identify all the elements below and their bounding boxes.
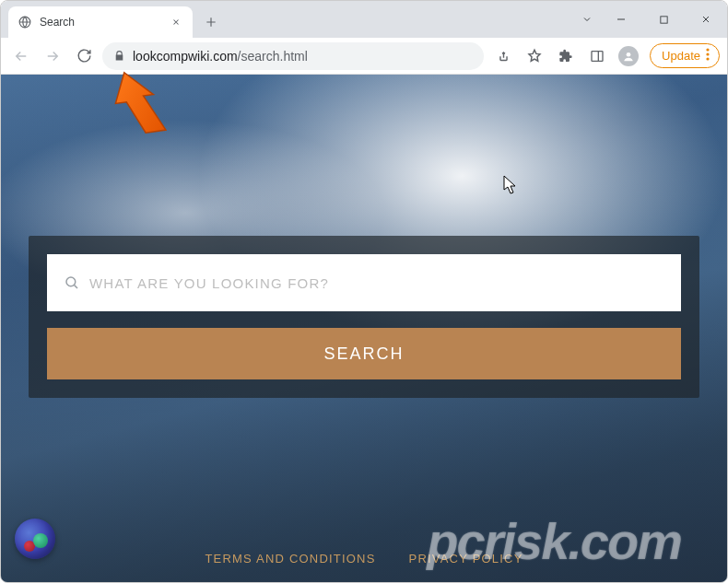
reload-button[interactable] [71,43,97,69]
search-button[interactable]: SEARCH [47,328,681,379]
tab-close-button[interactable] [169,15,183,29]
svg-point-4 [706,48,709,51]
close-window-button[interactable] [685,1,727,38]
tab-title: Search [40,16,161,29]
svg-point-6 [706,57,709,60]
minimize-button[interactable] [600,1,642,38]
svg-rect-1 [660,16,666,22]
extensions-icon[interactable] [552,42,580,70]
page-content: SEARCH TERMS AND CONDITIONS PRIVACY POLI… [1,75,727,582]
url-text: lookcompwiki.com/search.html [133,49,473,64]
footer-links: TERMS AND CONDITIONS PRIVACY POLICY [1,552,727,566]
back-button[interactable] [8,43,34,69]
terms-link[interactable]: TERMS AND CONDITIONS [205,552,375,566]
tab-search-button[interactable] [574,1,600,38]
sidepanel-icon[interactable] [583,42,611,70]
privacy-link[interactable]: PRIVACY POLICY [409,552,523,566]
toolbar-right: Update [489,42,720,70]
svg-rect-2 [592,51,603,61]
url-path: /search.html [238,49,308,64]
svg-point-3 [627,52,631,56]
search-input[interactable] [89,275,664,291]
svg-point-5 [706,52,709,55]
browser-window: Search [0,0,728,583]
update-label: Update [662,49,700,63]
url-domain: lookcompwiki.com [133,49,238,64]
avatar-icon [618,46,639,66]
search-input-wrap [47,254,681,311]
titlebar: Search [1,1,727,38]
profile-avatar[interactable] [615,42,642,70]
search-panel: SEARCH [29,236,699,398]
globe-icon [18,15,32,29]
bookmark-star-icon[interactable] [521,42,548,70]
toolbar: lookcompwiki.com/search.html Upd [1,38,727,75]
svg-point-7 [66,277,76,286]
forward-button[interactable] [40,43,65,69]
address-bar[interactable]: lookcompwiki.com/search.html [102,42,484,70]
window-controls [574,1,727,38]
update-button[interactable]: Update [650,43,720,68]
browser-tab[interactable]: Search [8,6,193,38]
search-icon [64,274,80,291]
maximize-button[interactable] [642,1,685,38]
lock-icon [113,50,125,62]
menu-dots-icon [706,48,710,64]
share-icon[interactable] [489,42,517,70]
new-tab-button[interactable] [198,9,224,35]
